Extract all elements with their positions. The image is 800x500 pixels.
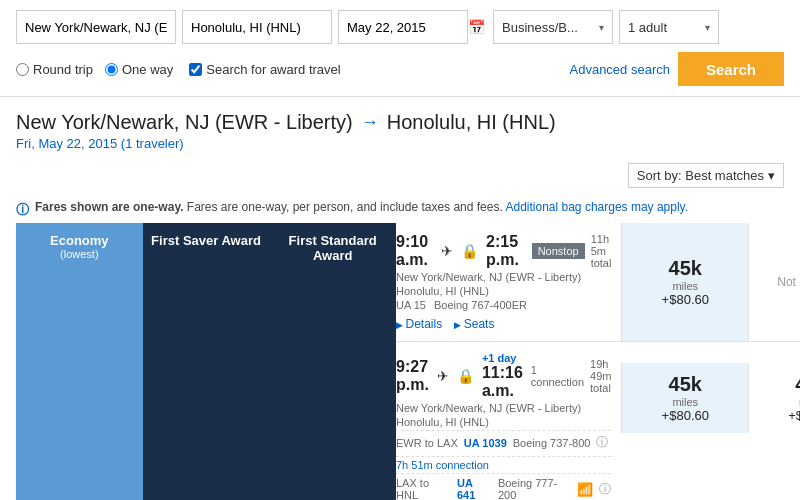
duration-2: 19h 49m total	[590, 358, 611, 394]
calendar-icon: 📅	[468, 19, 485, 35]
passengers-select[interactable]: 1 adult ▾	[619, 10, 719, 44]
origin-label: New York/Newark, NJ (EWR - Liberty)	[16, 111, 353, 134]
flight-row-2: 9:27 p.m. ✈ 🔒 +1 day 11:16 a.m. 1 connec…	[396, 342, 800, 500]
nonstop-badge-1: Nonstop	[532, 243, 585, 259]
economy-miles-1: 45k	[669, 257, 702, 280]
trip-type-group: Round trip One way	[16, 62, 173, 77]
not-available-label-1: Not available	[777, 275, 800, 289]
duration-1: 11h 5m total	[591, 233, 612, 269]
sub-aircraft-1: Boeing 737-800	[513, 437, 591, 449]
first-standard-col-header: First Standard Award	[269, 223, 396, 500]
one-way-option[interactable]: One way	[105, 62, 173, 77]
day-plus-badge-2: +1 day	[482, 352, 517, 364]
flight-row: 9:10 a.m. ✈ 🔒 2:15 p.m. Nonstop 11h 5m t…	[396, 223, 800, 342]
advanced-search-link[interactable]: Advanced search	[570, 62, 670, 77]
sub-route-2: LAX to HNL	[396, 477, 451, 500]
depart-time-2: 9:27 p.m.	[396, 358, 429, 394]
passengers-chevron-icon: ▾	[705, 22, 710, 33]
flight-times-2: 9:27 p.m. ✈ 🔒 +1 day 11:16 a.m. 1 connec…	[396, 352, 611, 400]
lock-icon-1: 🔒	[461, 243, 478, 259]
economy-fare-2[interactable]: 45k miles +$80.60	[621, 363, 748, 433]
flight-info-1: 9:10 a.m. ✈ 🔒 2:15 p.m. Nonstop 11h 5m t…	[396, 223, 621, 341]
info-circle-2: ⓘ	[599, 481, 611, 498]
fare-cells-2: 45k miles +$80.60 40k miles +$80.60 90k …	[621, 363, 800, 433]
search-bar: 📅 Business/B... ▾ 1 adult ▾ Round trip O…	[0, 0, 800, 97]
route-title: New York/Newark, NJ (EWR - Liberty) → Ho…	[16, 111, 784, 134]
first-saver-fare-1: Not available	[748, 223, 800, 341]
route-header: New York/Newark, NJ (EWR - Liberty) → Ho…	[0, 97, 800, 163]
flight-origin-2: New York/Newark, NJ (EWR - Liberty)	[396, 402, 611, 414]
arrive-time-1: 2:15 p.m.	[486, 233, 524, 269]
seats-link-1[interactable]: Seats	[454, 317, 494, 331]
search-button[interactable]: Search	[678, 52, 784, 86]
award-travel-checkbox-label[interactable]: Search for award travel	[189, 62, 340, 77]
first-saver-col-header: First Saver Award	[143, 223, 270, 500]
fare-columns-header: Economy (lowest) First Saver Award First…	[16, 223, 396, 500]
sub-flight-2: LAX to HNL UA 641 Boeing 777-200 📶 ⓘ	[396, 473, 611, 500]
economy-price-2: +$80.60	[662, 408, 709, 423]
round-trip-option[interactable]: Round trip	[16, 62, 93, 77]
origin-input[interactable]	[16, 10, 176, 44]
search-fields-row: 📅 Business/B... ▾ 1 adult ▾	[16, 10, 784, 44]
date-input[interactable]	[338, 10, 468, 44]
bag-charges-link[interactable]: Additional bag charges may apply.	[505, 200, 688, 214]
wifi-icon: 📶	[577, 482, 593, 497]
sub-aircraft-2: Boeing 777-200	[498, 477, 572, 500]
arrive-time-2: 11:16 a.m.	[482, 364, 523, 400]
column-headers-row: Economy (lowest) First Saver Award First…	[16, 223, 396, 500]
connection-badge-2: 1 connection	[531, 364, 584, 388]
sort-dropdown[interactable]: Sort by: Best matches ▾	[628, 163, 784, 188]
economy-price-1: +$80.60	[662, 292, 709, 307]
first-saver-price-2: +$80.60	[788, 408, 800, 423]
info-icon: ⓘ	[16, 201, 29, 219]
plane-icon-2: ✈	[437, 368, 449, 384]
destination-label: Honolulu, HI (HNL)	[387, 111, 556, 134]
results-area: Economy (lowest) First Saver Award First…	[0, 223, 800, 500]
award-travel-checkbox[interactable]	[189, 63, 202, 76]
route-date: Fri, May 22, 2015 (1 traveler)	[16, 136, 784, 151]
economy-fare-1[interactable]: 45k miles +$80.60	[621, 223, 748, 341]
flight-row-1: 9:10 a.m. ✈ 🔒 2:15 p.m. Nonstop 11h 5m t…	[396, 223, 800, 500]
flight-origin-1: New York/Newark, NJ (EWR - Liberty)	[396, 271, 611, 283]
cabin-select[interactable]: Business/B... ▾	[493, 10, 613, 44]
sub-flight-num-2[interactable]: UA 641	[457, 477, 492, 500]
sort-row: Sort by: Best matches ▾	[0, 163, 800, 188]
route-arrow-icon: →	[361, 112, 379, 133]
sort-chevron-icon: ▾	[768, 168, 775, 183]
flight-links-1: Details Seats	[396, 313, 611, 335]
fare-cells-1: 45k miles +$80.60 Not available 90k mile…	[621, 223, 800, 341]
details-link-1[interactable]: Details	[396, 317, 442, 331]
sub-route-1: EWR to LAX	[396, 437, 458, 449]
flight-num-1: UA 15	[396, 299, 426, 311]
aircraft-1: Boeing 767-400ER	[434, 299, 527, 311]
connection-time-1: 7h 51m connection	[396, 456, 611, 473]
depart-time-1: 9:10 a.m.	[396, 233, 433, 269]
lock-icon-2: 🔒	[457, 368, 474, 384]
one-way-radio[interactable]	[105, 63, 118, 76]
first-saver-miles-2: 40k	[795, 373, 800, 396]
search-options-row: Round trip One way Search for award trav…	[16, 52, 784, 86]
info-circle-1: ⓘ	[596, 434, 608, 451]
cabin-chevron-icon: ▾	[599, 22, 604, 33]
flight-dest-1: Honolulu, HI (HNL)	[396, 285, 611, 297]
plane-icon-1: ✈	[441, 243, 453, 259]
first-saver-fare-2[interactable]: 40k miles +$80.60	[748, 363, 800, 433]
destination-input[interactable]	[182, 10, 332, 44]
economy-col-header: Economy (lowest)	[16, 223, 143, 500]
fares-notice: ⓘ Fares shown are one-way. Fares are one…	[0, 194, 800, 223]
flight-times-1: 9:10 a.m. ✈ 🔒 2:15 p.m. Nonstop 11h 5m t…	[396, 233, 611, 269]
flight-dest-2: Honolulu, HI (HNL)	[396, 416, 611, 428]
mixed-cabin-row: Mixed cabin ?	[621, 342, 800, 363]
economy-miles-2: 45k	[669, 373, 702, 396]
round-trip-radio[interactable]	[16, 63, 29, 76]
flight-info-2: 9:27 p.m. ✈ 🔒 +1 day 11:16 a.m. 1 connec…	[396, 342, 621, 500]
sub-flight-1: EWR to LAX UA 1039 Boeing 737-800 ⓘ	[396, 430, 611, 454]
flight-details-1: UA 15 Boeing 767-400ER	[396, 299, 611, 311]
sub-flight-num-1[interactable]: UA 1039	[464, 437, 507, 449]
